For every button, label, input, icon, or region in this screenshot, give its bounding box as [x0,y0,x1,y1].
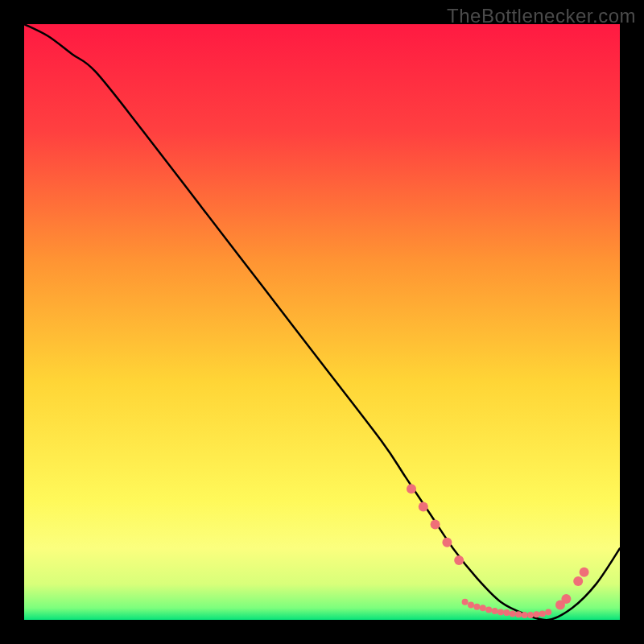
highlight-point [492,608,498,614]
highlight-point [573,576,583,586]
curve-layer [24,24,620,620]
highlight-point [515,611,522,617]
highlight-point [539,611,546,617]
highlight-points-group [407,484,589,618]
highlight-point [454,555,464,565]
highlight-point [462,599,469,605]
highlight-point [510,611,516,617]
highlight-point [545,609,551,615]
highlight-point [468,602,474,609]
highlight-point [533,611,539,617]
highlight-point [561,594,571,604]
highlight-point [485,606,492,613]
chart-stage: TheBottlenecker.com [0,0,644,644]
highlight-point [522,612,528,618]
highlight-point [407,484,416,493]
bottleneck-curve-path [24,24,620,620]
highlight-point [503,609,510,616]
highlight-point [442,538,452,547]
highlight-point [480,605,486,611]
highlight-point [431,520,440,530]
highlight-point [527,612,534,618]
highlight-point [473,604,480,610]
plot-area [24,24,620,620]
highlight-point [580,568,589,577]
highlight-point [419,502,428,511]
highlight-point [497,609,504,615]
